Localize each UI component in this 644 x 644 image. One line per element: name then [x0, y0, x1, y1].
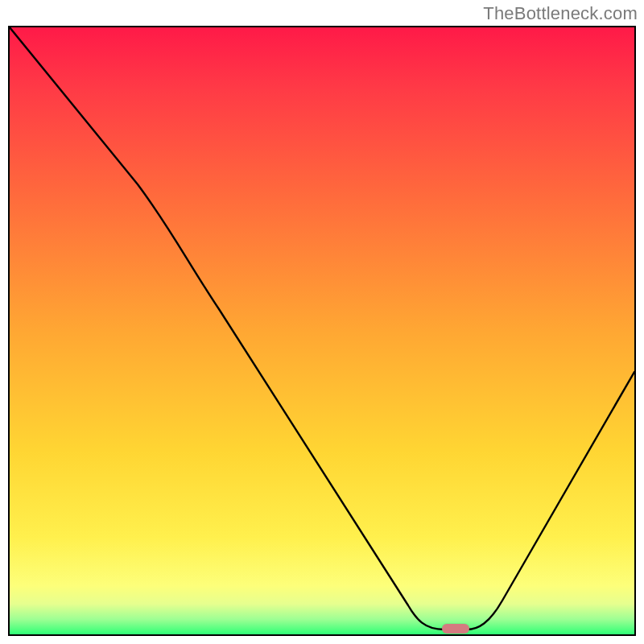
bottleneck-curve-path — [10, 27, 634, 630]
watermark-text: TheBottleneck.com — [483, 3, 638, 24]
chart-stage: TheBottleneck.com — [0, 0, 644, 644]
bottleneck-curve-svg — [10, 27, 634, 634]
optimum-marker-pill — [442, 624, 469, 634]
plot-area — [8, 26, 636, 636]
